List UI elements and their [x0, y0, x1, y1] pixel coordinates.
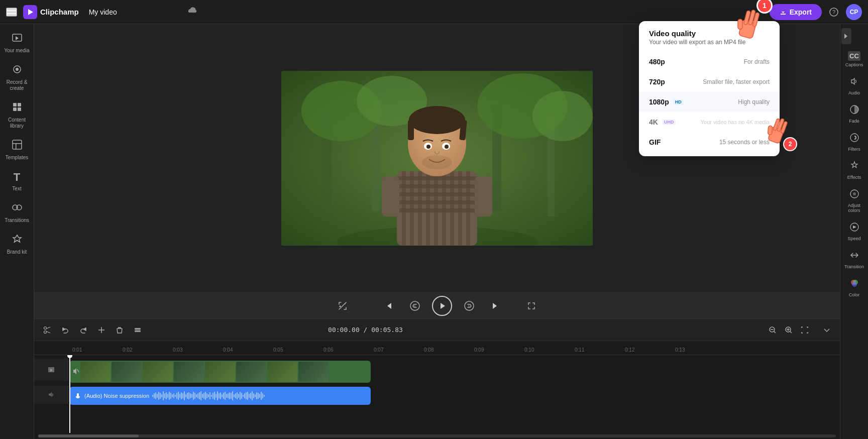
filters-icon [849, 133, 859, 145]
svg-point-79 [853, 137, 855, 139]
video-title-input[interactable] [85, 6, 181, 18]
ruler-mark: 0:02 [122, 347, 172, 353]
video-thumbnail [112, 362, 142, 382]
app-name: Clipchamp [40, 8, 79, 16]
rewind-button[interactable]: 5 [406, 297, 424, 315]
timeline-undo-button[interactable] [58, 323, 72, 337]
timeline-area: 00:00.00 / 00:05.83 [34, 318, 840, 439]
export-button[interactable]: Export [770, 4, 822, 20]
right-sidebar-collapse-button[interactable] [841, 28, 851, 44]
quality-label-4k: 4K [649, 118, 658, 126]
timeline-more-button[interactable] [131, 323, 145, 337]
sidebar-item-your-media[interactable]: Your media [2, 28, 32, 58]
hamburger-menu[interactable] [6, 8, 17, 17]
sidebar-item-templates[interactable]: Templates [2, 135, 32, 165]
quality-option-1080p[interactable]: 1080p HD High quality [639, 92, 780, 112]
audio-settings-icon [849, 76, 859, 89]
right-sidebar-filters[interactable]: Filters [842, 129, 867, 156]
right-sidebar-captions[interactable]: CC Captions [842, 47, 867, 71]
right-sidebar-effects[interactable]: Effects [842, 157, 867, 184]
your-media-icon [12, 32, 23, 46]
left-sidebar: Your media Record & create Content lib [0, 24, 34, 439]
right-sidebar-fade[interactable]: Fade [842, 100, 867, 128]
zoom-out-button[interactable] [766, 323, 780, 337]
skip-forward-button[interactable] [486, 297, 504, 315]
cloud-save-icon [187, 7, 198, 17]
right-sidebar-collapse-area [840, 28, 868, 44]
sidebar-item-transitions[interactable]: Transitions [2, 198, 32, 228]
quality-option-480p[interactable]: 480p For drafts [639, 52, 780, 72]
help-button[interactable]: ? [826, 4, 842, 20]
timeline-scissor-button[interactable] [40, 323, 54, 337]
ruler-mark: 0:08 [423, 347, 473, 353]
playhead[interactable] [69, 355, 70, 433]
svg-point-85 [852, 282, 857, 287]
templates-icon [12, 139, 23, 153]
fast-forward-button[interactable]: 5 [460, 297, 478, 315]
svg-rect-39 [442, 171, 446, 246]
ruler-mark: 0:03 [172, 347, 222, 353]
sidebar-item-text[interactable]: T Text [2, 167, 32, 196]
play-pause-button[interactable] [432, 296, 452, 316]
skip-back-button[interactable] [380, 297, 398, 315]
sidebar-item-label-templates: Templates [6, 155, 29, 161]
content-library-icon [12, 101, 23, 115]
right-sidebar-color[interactable]: Color [842, 274, 867, 301]
ruler-mark: 0:12 [624, 347, 674, 353]
quality-option-gif[interactable]: GIF 15 seconds or less [639, 132, 780, 152]
timeline-ruler: 0:01 0:02 0:03 0:04 0:05 0:06 0:07 0:08 … [34, 341, 840, 355]
effects-icon [849, 161, 859, 173]
svg-rect-13 [13, 140, 22, 149]
audio-track-label: (Audio) Noise suppression [84, 393, 149, 399]
sidebar-item-record-create[interactable]: Record & create [2, 60, 32, 95]
right-sidebar-speed[interactable]: Speed [842, 218, 867, 245]
svg-rect-40 [450, 171, 454, 246]
svg-rect-42 [466, 171, 470, 246]
quality-option-720p[interactable]: 720p Smaller file, faster export [639, 72, 780, 92]
ruler-mark: 0:01 [71, 347, 122, 353]
video-thumbnail [267, 362, 297, 382]
audio-track[interactable]: (Audio) Noise suppression [69, 387, 371, 405]
timeline-redo-button[interactable] [76, 323, 90, 337]
timeline-delete-button[interactable] [113, 323, 127, 337]
video-track[interactable] [69, 361, 371, 383]
quality-label-gif: GIF [649, 138, 661, 146]
magic-tools-button[interactable] [334, 297, 352, 315]
svg-point-8 [16, 68, 19, 71]
sidebar-item-brand-kit[interactable]: Brand kit [2, 230, 32, 259]
video-quality-dropdown: Video quality Your video will export as … [639, 21, 780, 156]
timeline-scrollbar[interactable] [34, 433, 840, 439]
video-thumbnail [143, 362, 173, 382]
right-sidebar-label-filters: Filters [848, 147, 860, 152]
timeline-collapse-button[interactable] [820, 323, 834, 337]
sidebar-item-label-your-media: Your media [4, 48, 29, 54]
record-create-icon [12, 64, 23, 77]
right-sidebar-transition[interactable]: Transition [842, 246, 867, 273]
logo-area: Clipchamp [23, 5, 79, 19]
svg-rect-68 [135, 331, 141, 332]
svg-line-76 [77, 369, 79, 372]
timeline-cut-button[interactable] [94, 323, 108, 337]
svg-rect-54 [475, 176, 492, 216]
video-frame [281, 71, 593, 246]
zoom-in-button[interactable] [782, 323, 796, 337]
user-avatar[interactable]: CP [846, 4, 862, 20]
track-mute-button[interactable] [72, 367, 79, 376]
svg-rect-46 [408, 120, 414, 140]
scrollbar-thumb[interactable] [38, 434, 139, 437]
fade-icon [849, 104, 859, 117]
sidebar-item-content-library[interactable]: Content library [2, 97, 32, 133]
fullscreen-button[interactable] [522, 297, 540, 315]
adjust-colors-icon [849, 189, 859, 201]
sidebar-item-label-text: Text [12, 186, 21, 192]
right-sidebar-audio[interactable]: Audio [842, 72, 867, 99]
speed-icon [849, 222, 859, 235]
topbar-left: Clipchamp [6, 5, 198, 19]
svg-line-73 [790, 331, 792, 333]
quality-option-4k[interactable]: 4K UHD Your video has no 4K media [639, 112, 780, 132]
svg-point-45 [409, 106, 465, 134]
ruler-mark: 0:06 [322, 347, 373, 353]
right-sidebar-adjust-colors[interactable]: Adjust colors [842, 185, 867, 217]
svg-rect-66 [135, 328, 141, 329]
fit-timeline-button[interactable] [798, 323, 812, 337]
